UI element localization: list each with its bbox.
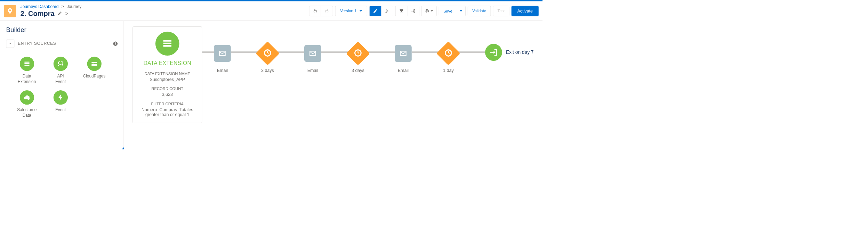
entry-card-heading: DATA EXTENSION <box>137 60 198 66</box>
goal-group <box>395 6 419 16</box>
connector <box>367 51 395 53</box>
node-label: Email <box>398 68 409 73</box>
de-name-value: Suscriptores_APP <box>137 77 198 82</box>
list-icon <box>20 57 34 71</box>
node-label: 1 day <box>443 68 454 73</box>
journey-app-icon <box>4 5 16 17</box>
collapse-section-button[interactable] <box>6 40 15 48</box>
redo-button[interactable] <box>321 6 333 16</box>
palette-item-label: APIEvent <box>44 74 78 84</box>
settings-group <box>421 6 437 16</box>
edit-mode-button[interactable] <box>370 6 381 16</box>
palette-item-cloudpage[interactable]: CloudPages <box>78 57 111 84</box>
svg-point-7 <box>164 46 165 47</box>
palette-item-label: SalesforceData <box>10 107 44 118</box>
palette-item-label: Event <box>44 107 78 113</box>
section-label: ENTRY SOURCES <box>18 41 56 46</box>
exit-button[interactable] <box>407 6 419 16</box>
node-label: 3 days <box>352 68 364 73</box>
event-icon <box>53 90 67 105</box>
section-header: ENTRY SOURCES i <box>6 40 118 51</box>
caret-down-icon <box>431 10 433 11</box>
connector <box>202 51 214 53</box>
palette-item-event[interactable]: Event <box>44 90 78 118</box>
connector <box>321 51 349 53</box>
record-count-label: RECORD COUNT <box>137 86 198 91</box>
connector <box>412 51 440 53</box>
sfdata-icon <box>20 90 34 105</box>
data-extension-icon <box>155 32 179 56</box>
entry-source-card[interactable]: DATA EXTENSION DATA EXTENSION NAME Suscr… <box>132 26 202 123</box>
exit-label: Exit on day 7 <box>506 50 533 55</box>
svg-point-6 <box>164 43 165 44</box>
caret-down-icon <box>360 10 362 11</box>
svg-point-0 <box>25 62 25 63</box>
wait-activity[interactable]: 3 days <box>349 45 367 73</box>
save-button[interactable]: Save <box>439 6 457 16</box>
copy-button[interactable] <box>381 6 393 16</box>
breadcrumb-dashboard[interactable]: Journeys Dashboard <box>21 5 59 9</box>
api-icon <box>53 57 67 71</box>
email-activity[interactable]: Email <box>395 45 412 73</box>
goal-button[interactable] <box>396 6 408 16</box>
version-dropdown[interactable]: Version 1 <box>335 6 367 16</box>
undo-button[interactable] <box>309 6 321 16</box>
activate-button[interactable]: Activate <box>512 6 539 16</box>
settings-button[interactable] <box>422 6 437 16</box>
connector <box>276 51 304 53</box>
save-group: Save <box>439 6 466 16</box>
palette-item-sfdata[interactable]: SalesforceData <box>10 90 44 118</box>
validate-button[interactable]: Validate <box>468 6 491 16</box>
title-chevron-icon[interactable]: > <box>65 10 69 17</box>
main-area: Builder ENTRY SOURCES i DataExtensionAPI… <box>0 21 542 149</box>
wait-icon <box>436 41 460 65</box>
entry-source-palette: DataExtensionAPIEventCloudPagesSalesforc… <box>6 57 118 124</box>
node-label: 3 days <box>261 68 274 73</box>
breadcrumb-current: Journey <box>67 5 81 9</box>
de-name-label: DATA EXTENSION NAME <box>137 72 198 76</box>
builder-sidebar: Builder ENTRY SOURCES i DataExtensionAPI… <box>0 21 124 149</box>
journey-flow: DATA EXTENSION DATA EXTENSION NAME Suscr… <box>132 26 542 123</box>
svg-point-4 <box>28 99 29 100</box>
email-icon <box>214 45 231 62</box>
edit-title-icon[interactable] <box>57 11 62 16</box>
wait-icon <box>346 41 370 65</box>
record-count-value: 3,623 <box>137 92 198 97</box>
sidebar-title: Builder <box>6 26 118 33</box>
connector <box>457 51 485 53</box>
test-button: Test <box>493 6 509 16</box>
email-icon <box>395 45 412 62</box>
svg-point-5 <box>164 40 165 41</box>
node-label: Email <box>307 68 318 73</box>
palette-item-label: CloudPages <box>78 74 111 79</box>
email-icon <box>304 45 321 62</box>
email-activity[interactable]: Email <box>304 45 321 73</box>
palette-item-label: DataExtension <box>10 74 44 84</box>
toolbar: Version 1 Save <box>309 6 539 16</box>
journey-title: 2. Compra <box>21 10 55 18</box>
palette-item-api[interactable]: APIEvent <box>44 57 78 84</box>
cloudpage-icon <box>87 57 101 71</box>
journey-canvas[interactable]: DATA EXTENSION DATA EXTENSION NAME Suscr… <box>124 21 542 149</box>
caret-down-icon <box>460 10 463 11</box>
node-label: Email <box>217 68 228 73</box>
exit-node[interactable]: Exit on day 7 <box>485 44 533 61</box>
sidebar-resize-handle[interactable] <box>121 146 124 149</box>
wait-activity[interactable]: 3 days <box>259 45 276 73</box>
connector <box>231 51 259 53</box>
header-bar: Journeys Dashboard > Journey 2. Compra >… <box>0 1 542 21</box>
filter-value: Numero_Compras_Totales greater than or e… <box>137 107 198 117</box>
breadcrumb: Journeys Dashboard > Journey <box>21 5 81 9</box>
filter-label: FILTER CRITERIA <box>137 102 198 106</box>
wait-icon <box>256 41 280 65</box>
edit-mode-group <box>369 6 393 16</box>
exit-icon <box>485 44 502 61</box>
save-dropdown[interactable] <box>457 6 465 16</box>
history-group <box>309 6 333 16</box>
svg-point-2 <box>25 65 25 66</box>
svg-point-1 <box>25 63 25 64</box>
wait-activity[interactable]: 1 day <box>440 45 457 73</box>
info-icon[interactable]: i <box>113 41 118 46</box>
palette-item-list[interactable]: DataExtension <box>10 57 44 84</box>
email-activity[interactable]: Email <box>214 45 231 73</box>
